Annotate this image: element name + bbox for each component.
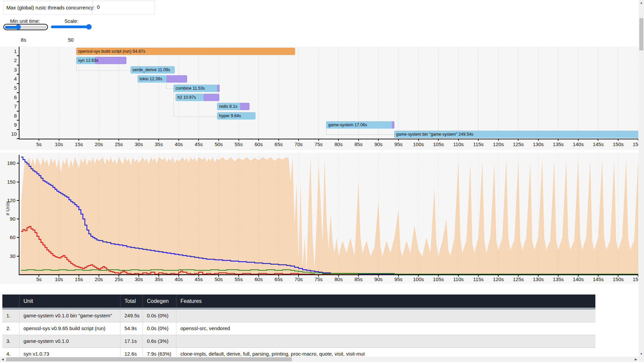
- gridline: [218, 47, 219, 139]
- gantt-unit-bar[interactable]: h2 10.97s: [175, 94, 219, 101]
- x-axis-label: 120s: [489, 141, 508, 147]
- y-axis-tick: [17, 129, 19, 130]
- gantt-bar-label: hyper 9.64s: [219, 112, 241, 120]
- gridline: [318, 47, 319, 139]
- x-axis-label: 50s: [209, 141, 228, 147]
- gantt-bar-label: tokio 12.39s: [140, 75, 162, 83]
- gantt-unit-bar[interactable]: tokio 12.39s: [138, 75, 187, 83]
- gantt-bar-label: serde_derive 11.09s: [132, 66, 170, 74]
- settings-table: Max (global) rustc threads concurrency:: [3, 1, 155, 14]
- x-axis-label: 70s: [289, 141, 308, 147]
- gantt-unit-bar[interactable]: hyper 9.64s: [217, 112, 256, 120]
- scroll-up-icon[interactable]: ▲: [639, 0, 644, 5]
- x-axis-label: 135s: [549, 141, 568, 147]
- unit-table-header-row: UnitTotalCodegenFeatures: [2, 295, 595, 308]
- x-axis-label: 125s: [509, 141, 528, 147]
- x-axis-label: 5s: [30, 141, 48, 147]
- gridline: [578, 47, 579, 139]
- x-axis-label: 45s: [189, 141, 208, 147]
- scale-slider[interactable]: [51, 24, 92, 30]
- x-axis-label: 145s: [589, 141, 607, 147]
- codegen-segment: [95, 57, 126, 64]
- unit-cell: game-system v0.1.0 bin "game-system": [19, 310, 120, 322]
- gantt-row-number: 2: [2, 57, 17, 63]
- cargo-timings-page: { "controls": { "max_threads_label": "Ma…: [0, 0, 644, 362]
- slider-track[interactable]: [51, 26, 92, 28]
- row-number-cell: 2.: [2, 322, 19, 335]
- column-header: Features: [176, 295, 595, 308]
- gantt-unit-bar[interactable]: serde_derive 11.09s: [130, 66, 175, 74]
- x-axis-label: 85s: [349, 141, 368, 147]
- gantt-row-number: 1: [2, 48, 17, 54]
- x-axis-label: 40s: [169, 141, 188, 147]
- gantt-unit-bar[interactable]: game-system bin "game-system" 249.54s: [394, 131, 638, 138]
- gantt-unit-bar[interactable]: openssl-sys build script (run) 54.87s: [76, 48, 296, 55]
- codegen-segment: [392, 121, 394, 129]
- slider-thumb-icon[interactable]: [86, 24, 92, 30]
- scroll-left-icon[interactable]: ◀: [0, 357, 5, 362]
- x-axis-label: 115s: [469, 141, 488, 147]
- gantt-y-axis: [19, 47, 19, 139]
- unit-cell: openssl-sys v0.9.65 build script (run): [19, 322, 120, 335]
- codegen-cell: 0.6s (3%): [143, 335, 176, 348]
- gridline: [139, 47, 139, 139]
- column-header: Unit: [19, 295, 120, 308]
- y-axis-tick: [17, 74, 19, 75]
- x-axis-label: 30s: [129, 141, 148, 147]
- gridline: [398, 47, 399, 139]
- table-row: 1.game-system v0.1.0 bin "game-system"24…: [2, 310, 595, 322]
- dependency-line: [326, 129, 327, 134]
- table-row: 3.game-system v0.1.017.1s0.6s (3%): [2, 335, 595, 348]
- gridline: [198, 47, 199, 139]
- gridline: [618, 47, 619, 139]
- gantt-bar-label: game-system bin "game-system" 249.54s: [396, 131, 474, 138]
- vertical-scrollbar-thumb[interactable]: [639, 18, 643, 50]
- features-cell: [176, 310, 595, 322]
- scale-value: 50: [61, 37, 81, 43]
- gridline: [158, 47, 159, 139]
- scrollbar-corner: [639, 357, 644, 362]
- gantt-unit-bar[interactable]: game-system 17.06s: [326, 121, 394, 129]
- row-number-cell: 1.: [2, 310, 19, 322]
- scroll-right-icon[interactable]: ▶: [633, 357, 639, 362]
- gridline: [638, 47, 638, 139]
- dependency-line: [173, 92, 174, 116]
- y-axis-tick: [17, 138, 19, 139]
- dependency-line: [76, 64, 77, 70]
- dependency-line: [76, 70, 130, 71]
- table-row: 2.openssl-sys v0.9.65 build script (run)…: [2, 322, 595, 335]
- x-axis-label: 15s: [69, 141, 88, 147]
- gantt-unit-bar[interactable]: redis 8.1s: [217, 103, 249, 110]
- codegen-segment: [240, 103, 249, 110]
- settings-table-divider: [92, 1, 93, 14]
- dependency-line: [166, 88, 174, 89]
- total-cell: 249.5s: [120, 310, 143, 322]
- x-axis-label: 20s: [90, 141, 108, 147]
- scroll-down-icon[interactable]: ▼: [639, 351, 644, 357]
- x-axis-label: 75s: [309, 141, 328, 147]
- cpu-usage-area: [20, 157, 638, 275]
- unit-stats-table: UnitTotalCodegenFeatures1.game-system v0…: [2, 295, 595, 361]
- gantt-row-number: 8: [2, 113, 17, 119]
- min-unit-time-label: Min unit time:: [10, 18, 40, 24]
- gridline: [178, 47, 179, 139]
- gantt-unit-bar[interactable]: syn 12.63s: [76, 57, 126, 64]
- unit-cell: game-system v0.1.0: [19, 335, 120, 348]
- vertical-scrollbar[interactable]: ▲ ▼: [639, 0, 644, 357]
- dependency-line: [173, 116, 217, 117]
- x-axis-label: 35s: [149, 141, 168, 147]
- x-axis-label: 130s: [529, 141, 548, 147]
- max-threads-input[interactable]: [96, 4, 148, 10]
- dependency-line: [326, 134, 394, 135]
- gridline: [538, 47, 539, 139]
- horizontal-scrollbar[interactable]: ◀ ▶: [0, 357, 639, 362]
- x-axis-label: 140s: [569, 141, 588, 147]
- gantt-bar-label: combine 11.53s: [175, 85, 205, 92]
- column-header: Codegen: [143, 295, 176, 308]
- min-unit-time-slider[interactable]: [3, 24, 48, 30]
- slider-thumb-icon[interactable]: [16, 25, 21, 30]
- horizontal-scrollbar-thumb[interactable]: [6, 357, 292, 361]
- units-over-time-chart: # Units 3060901201501805s10s15s20s25s30s…: [0, 153, 638, 284]
- gantt-unit-bar[interactable]: combine 11.53s: [173, 85, 219, 92]
- codegen-segment: [166, 75, 187, 83]
